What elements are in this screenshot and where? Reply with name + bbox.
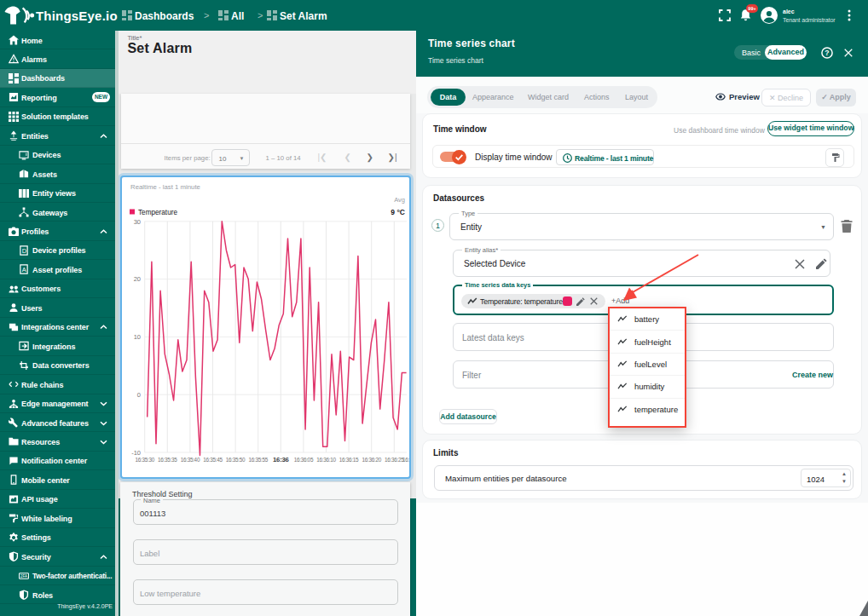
svg-text:Avg: Avg xyxy=(394,196,405,204)
svg-text:20: 20 xyxy=(134,275,141,283)
svg-text:2FA: 2FA xyxy=(20,574,28,579)
svg-text:16:35:45: 16:35:45 xyxy=(203,457,223,463)
svg-text:16:35:40: 16:35:40 xyxy=(181,457,200,463)
svg-text:16:36:20: 16:36:20 xyxy=(362,457,381,463)
svg-text:16:3: 16:3 xyxy=(402,457,409,463)
svg-text:A: A xyxy=(22,267,26,274)
svg-text:D: D xyxy=(22,247,26,255)
svg-text:16:36:25: 16:36:25 xyxy=(385,457,404,463)
svg-text:9 °C: 9 °C xyxy=(391,207,405,216)
svg-text:Temperature: Temperature xyxy=(138,208,177,216)
svg-text:Realtime - last 1 minute: Realtime - last 1 minute xyxy=(130,182,200,190)
svg-text:16:35:30: 16:35:30 xyxy=(135,457,154,463)
svg-text:16:36: 16:36 xyxy=(273,456,289,463)
svg-text:16:36:15: 16:36:15 xyxy=(339,457,359,463)
svg-text:-10: -10 xyxy=(131,448,141,456)
svg-text:16:35:50: 16:35:50 xyxy=(226,457,246,463)
svg-text:16:35:55: 16:35:55 xyxy=(248,457,268,463)
svg-text:16:35:35: 16:35:35 xyxy=(158,457,177,463)
svg-text:16:36:10: 16:36:10 xyxy=(316,457,336,463)
svg-text:0: 0 xyxy=(137,390,141,398)
svg-text:10: 10 xyxy=(134,333,141,341)
svg-text:16:36:05: 16:36:05 xyxy=(294,457,314,463)
svg-text:30: 30 xyxy=(134,217,141,225)
svg-text:?: ? xyxy=(825,49,829,57)
